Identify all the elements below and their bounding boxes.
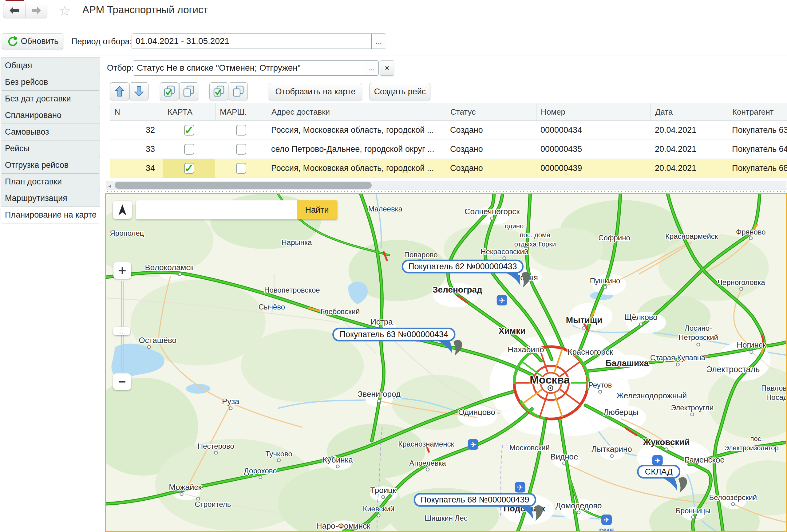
airport-marker[interactable]: ✈ [497, 295, 507, 305]
sidebar-item[interactable]: План доставки [1, 173, 100, 190]
column-header[interactable]: Статус [446, 103, 536, 121]
map-city-label: Люберцы [603, 408, 638, 417]
table-row[interactable]: 34✓Россия, Московская область, городской… [110, 159, 787, 178]
map-search-bar: Найти [136, 200, 337, 219]
column-header[interactable]: Дата [651, 103, 728, 121]
filter-input[interactable] [133, 61, 364, 75]
zoom-in-button[interactable]: + [113, 262, 131, 279]
sidebar-item[interactable]: Рейсы [1, 140, 100, 157]
cell-contragent: Покупатель 64 [728, 140, 787, 158]
check-all-marsh-button[interactable] [209, 82, 229, 100]
map-city-label: Лыткарино [592, 445, 632, 453]
marsh-checkbox[interactable] [236, 144, 246, 155]
sidebar-item[interactable]: Без дат доставки [1, 90, 100, 107]
airport-marker[interactable]: ✈ [468, 439, 478, 450]
favorite-star-icon[interactable]: ☆ [58, 2, 71, 19]
map-city-label: Поварово [404, 251, 438, 259]
sidebar-item[interactable]: Общая [1, 57, 100, 74]
splitter-handle[interactable] [106, 190, 786, 192]
map-city-label: Софрино [598, 234, 630, 242]
cell-number: 000000434 [536, 121, 651, 140]
table-row[interactable]: 33село Петрово-Дальнее, городской округ … [110, 140, 787, 159]
karta-checkbox[interactable] [184, 144, 194, 155]
map-city-label: Истра [370, 318, 393, 326]
map-city-label: Тучково [265, 450, 292, 458]
map-city-label: Малеевка [368, 205, 403, 213]
sidebar-item[interactable]: Спланировано [1, 107, 100, 124]
table-row[interactable]: 32✓Россия, Московская область, городской… [110, 121, 787, 140]
map-city-label: Электроугли [671, 404, 714, 412]
geolocation-button[interactable] [113, 201, 132, 219]
cell-address: Россия, Московская область, городской ..… [267, 159, 446, 178]
sidebar-item[interactable]: Маршрутизация [1, 190, 100, 207]
sidebar-item[interactable]: Самовывоз [1, 124, 100, 141]
map-search-input[interactable] [136, 200, 297, 219]
zoom-slider-handle[interactable]: ∙∙∙∙∙∙∙∙ [113, 327, 130, 335]
marsh-checkbox[interactable] [236, 163, 246, 174]
column-header[interactable]: Контрагент [728, 103, 787, 121]
airplane-icon: ✈ [499, 296, 505, 304]
uncheck-all-karta-button[interactable] [179, 82, 198, 100]
sidebar-item[interactable]: Отгрузка рейсов [1, 157, 100, 174]
back-button[interactable] [3, 3, 25, 18]
scrollbar-thumb[interactable] [115, 182, 372, 189]
column-header[interactable]: КАРТА [163, 103, 215, 121]
map-city-label: Кубинка [322, 455, 353, 464]
map-city-label: Краснознаменск [398, 440, 454, 448]
check-all-icon [213, 85, 225, 98]
sidebar-item[interactable]: Без рейсов [1, 74, 100, 91]
map-city-label: Ногинск [737, 341, 766, 349]
map-city-label: Домодедово [555, 501, 602, 510]
create-trip-button[interactable]: Создать рейс [369, 83, 430, 100]
map-city-label: Ярополец [110, 229, 144, 238]
arrow-down-icon [134, 86, 144, 97]
map-city-label: Осташёво [139, 336, 176, 344]
sidebar-item-label: Отгрузка рейсов [5, 161, 68, 170]
column-header[interactable]: МАРШ. [215, 103, 267, 121]
show-on-map-button[interactable]: Отобразить на карте [269, 83, 362, 100]
map-city-label: Нарынка [282, 238, 312, 247]
arrow-up-icon [114, 86, 125, 97]
airplane-icon: ✈ [470, 441, 476, 449]
refresh-button[interactable]: Обновить [2, 33, 63, 49]
filter-clear-button[interactable]: × [380, 60, 394, 76]
karta-checkbox[interactable]: ✓ [184, 163, 194, 174]
period-control: ... [132, 34, 386, 49]
filter-more-button[interactable]: ... [364, 61, 379, 75]
move-down-button[interactable] [129, 82, 148, 100]
balloon-label: СКЛАД [645, 467, 673, 476]
move-up-button[interactable] [110, 82, 129, 100]
map-city-label: пос. [750, 435, 763, 443]
column-header[interactable]: Номер [536, 103, 651, 121]
marsh-checkbox[interactable] [236, 125, 246, 135]
period-input[interactable] [132, 34, 371, 48]
uncheck-all-marsh-button[interactable] [229, 82, 248, 100]
map-city-label: Раменское [684, 455, 725, 464]
balloon-label: Покупатель 62 №000000433 [408, 262, 517, 271]
map-find-button[interactable]: Найти [297, 200, 337, 219]
map-city-label: Новопетровское [264, 286, 320, 294]
map-city-label: Посад [766, 393, 786, 401]
map-city-label: Троицк [370, 486, 396, 494]
period-label: Период отбора: [71, 37, 132, 46]
map-city-label: Красноармейск [665, 232, 718, 240]
map[interactable]: ✈✈✈OSF✈✈DME ЯрополецМалеевкаСолнечногорс… [106, 194, 786, 531]
period-more-button[interactable]: ... [371, 34, 386, 48]
column-header[interactable]: N [110, 103, 163, 121]
map-city-label: Звенигород [358, 390, 401, 398]
page-title: АРМ Транспортный логист [82, 4, 208, 16]
airport-marker[interactable]: ✈ [652, 455, 663, 466]
horizontal-scrollbar[interactable]: ◂ [106, 181, 786, 190]
karta-checkbox[interactable]: ✓ [184, 125, 194, 135]
forward-button[interactable] [25, 3, 47, 18]
sidebar-item-label: Без дат доставки [5, 94, 71, 104]
cell-status: Создано [446, 121, 536, 140]
zoom-out-button[interactable]: − [113, 374, 131, 390]
uncheck-all-icon [183, 85, 195, 98]
scroll-left-icon[interactable]: ◂ [108, 183, 111, 189]
check-all-karta-button[interactable] [160, 82, 179, 100]
map-city-label: Электроизолятор [724, 444, 779, 452]
column-header[interactable]: Адрес доставки [267, 103, 446, 121]
geolocation-arrow-icon [117, 204, 128, 216]
sidebar-item[interactable]: Планирование на карте [1, 207, 100, 224]
